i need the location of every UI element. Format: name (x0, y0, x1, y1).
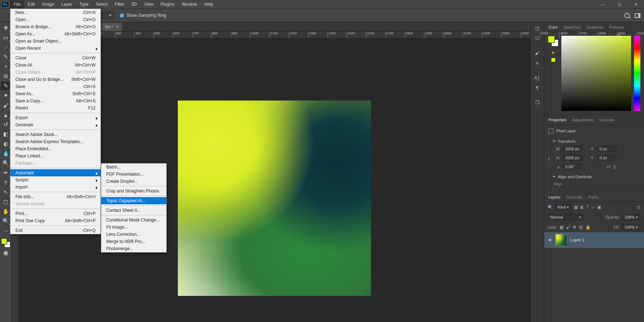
transform-section[interactable]: Transform (548, 137, 640, 146)
document-tab[interactable]: 3#) * × (101, 23, 122, 31)
prop-x[interactable]: 0 px (597, 146, 616, 152)
menu-filter[interactable]: Filter (111, 0, 128, 8)
tab-adjustments[interactable]: Adjustments (572, 118, 594, 122)
color-swatches[interactable] (1, 238, 10, 248)
menu-item[interactable]: Print...Ctrl+P (10, 210, 101, 217)
filter-type-icon[interactable]: T (586, 205, 589, 210)
quick-select-tool[interactable]: ✎ (1, 53, 11, 61)
flip-vertical-icon[interactable]: ⮁ (613, 165, 616, 169)
flip-horizontal-icon[interactable]: ⮂ (606, 165, 610, 169)
layer-filter-kind[interactable]: Kind▾ (555, 204, 571, 210)
more-tools[interactable]: ⋯ (1, 226, 11, 235)
menu-item[interactable]: Crop and Straighten Photos (101, 187, 166, 195)
menu-item[interactable]: Contact Sheet II... (101, 207, 166, 214)
glyphs-icon[interactable]: ¶ (533, 84, 542, 92)
layer-row[interactable]: 👁 Layer 1 (544, 232, 644, 248)
panel-swatches[interactable] (548, 36, 558, 47)
tab-swatches[interactable]: Swatches (564, 25, 581, 29)
menu-item[interactable]: Search Adobe Stock... (10, 131, 101, 138)
filter-shape-icon[interactable]: ▱ (591, 205, 595, 210)
lock-pos-icon[interactable]: ✥ (573, 225, 576, 230)
menu-item[interactable]: File Info...Alt+Shift+Ctrl+I (10, 193, 101, 200)
paragraph-icon[interactable]: ≡ (533, 59, 542, 67)
menu-item[interactable]: Place Embedded... (10, 145, 101, 152)
character-icon[interactable]: A│ (533, 74, 542, 82)
menu-item[interactable]: Save As...Shift+Ctrl+S (10, 90, 101, 97)
stamp-tool[interactable]: ▲ (1, 111, 11, 119)
lock-all-icon[interactable]: 🔒 (585, 225, 591, 230)
layer-thumbnail[interactable] (555, 234, 567, 246)
menu-item[interactable]: New...Ctrl+N (10, 9, 101, 16)
menu-item[interactable]: Conditional Mode Change... (101, 216, 166, 224)
crop-tool[interactable]: ⌗ (1, 62, 11, 71)
menu-item[interactable]: Browse in Bridge...Alt+Ctrl+O (10, 23, 101, 30)
prop-angle[interactable]: 0.00° (563, 164, 581, 170)
workspace-switcher-icon[interactable] (635, 13, 640, 18)
canvas[interactable] (178, 101, 371, 296)
tab-libraries[interactable]: Libraries (600, 118, 615, 122)
menu-view[interactable]: View (141, 0, 157, 8)
menu-help[interactable]: Help (201, 0, 217, 8)
menu-item[interactable]: Import (10, 184, 101, 191)
visibility-icon[interactable]: 👁 (548, 238, 552, 243)
menu-item[interactable]: RevertF12 (10, 104, 101, 112)
menu-item[interactable]: Open as Smart Object... (10, 38, 101, 45)
menu-item[interactable]: Photomerge... (101, 245, 166, 252)
show-sampling-ring-checkbox[interactable]: ✓ (119, 13, 124, 18)
zoom-tool[interactable]: 🔍 (1, 217, 11, 225)
tab-layers[interactable]: Layers (548, 195, 560, 199)
menu-item[interactable]: Open Recent (10, 45, 101, 52)
maximize-button[interactable]: ◻ (611, 0, 628, 9)
marquee-tool[interactable]: ▭ (1, 33, 11, 42)
history-brush-tool[interactable]: ↺ (1, 120, 11, 129)
close-window-button[interactable]: ✕ (628, 0, 644, 9)
dodge-tool[interactable]: 🔍 (1, 159, 11, 167)
tab-channels[interactable]: Channels (566, 195, 582, 199)
menu-item[interactable]: Fit Image... (101, 224, 166, 231)
prop-height[interactable]: 2000 px (563, 155, 582, 161)
blur-tool[interactable]: 💧 (1, 149, 11, 158)
menu-item[interactable]: Place Linked... (10, 152, 101, 160)
gradient-tool[interactable]: ◐ (1, 140, 11, 148)
menu-item[interactable]: Export (10, 114, 101, 121)
panel-icon[interactable]: ◫ (533, 24, 542, 32)
blend-mode[interactable]: Normal▾ (548, 214, 584, 220)
gamut-color-icon[interactable] (551, 58, 556, 62)
menu-item[interactable]: PDF Presentation... (101, 171, 166, 178)
menu-layer[interactable]: Layer (58, 0, 75, 8)
menu-3d[interactable]: 3D (128, 0, 140, 8)
menu-image[interactable]: Image (39, 0, 58, 8)
link-dims-icon[interactable]: 𝄃 (548, 157, 549, 161)
menu-type[interactable]: Type (75, 0, 92, 8)
menu-window[interactable]: Window (178, 0, 201, 8)
menu-select[interactable]: Select (92, 0, 111, 8)
brush-tool[interactable]: 🖌 (1, 101, 11, 109)
tab-paths[interactable]: Paths (589, 195, 599, 199)
gamut-warning-icon[interactable]: ▲ (551, 49, 556, 55)
menu-item[interactable]: Open As...Alt+Shift+Ctrl+O (10, 30, 101, 38)
close-tab-icon[interactable]: × (116, 24, 118, 29)
type-tool[interactable]: T (1, 178, 11, 187)
minimize-button[interactable]: — (595, 0, 611, 9)
menu-item[interactable]: Search Adobe Express Templates... (10, 138, 101, 145)
lasso-tool[interactable]: ⟋ (1, 43, 11, 52)
lock-trans-icon[interactable]: ▦ (560, 225, 564, 230)
menu-plugins[interactable]: Plugins (157, 0, 178, 8)
menu-item[interactable]: Open...Ctrl+O (10, 16, 101, 23)
menu-item[interactable]: Automate (10, 169, 101, 176)
align-section[interactable]: Align and Distribute (548, 172, 640, 181)
hue-slider[interactable] (634, 36, 640, 111)
filter-toggle-icon[interactable]: ⊙ (637, 205, 640, 210)
eyedropper-tool[interactable]: ✎ (1, 82, 11, 90)
menu-file[interactable]: File (10, 0, 24, 8)
eraser-tool[interactable]: ◧ (1, 130, 11, 138)
tab-gradients[interactable]: Gradients (586, 25, 604, 29)
menu-item[interactable]: Create Droplet... (101, 178, 166, 185)
path-select-tool[interactable]: ↖ (1, 188, 11, 196)
menu-item[interactable]: Close AllAlt+Ctrl+W (10, 62, 101, 69)
prop-width[interactable]: 2000 px (563, 146, 582, 152)
menu-item[interactable]: Close and Go to Bridge...Shift+Ctrl+W (10, 76, 101, 83)
lock-nest-icon[interactable]: ▤ (579, 225, 583, 230)
lock-paint-icon[interactable]: 🖌 (566, 225, 570, 230)
menu-item[interactable]: ExitCtrl+Q (10, 227, 101, 234)
